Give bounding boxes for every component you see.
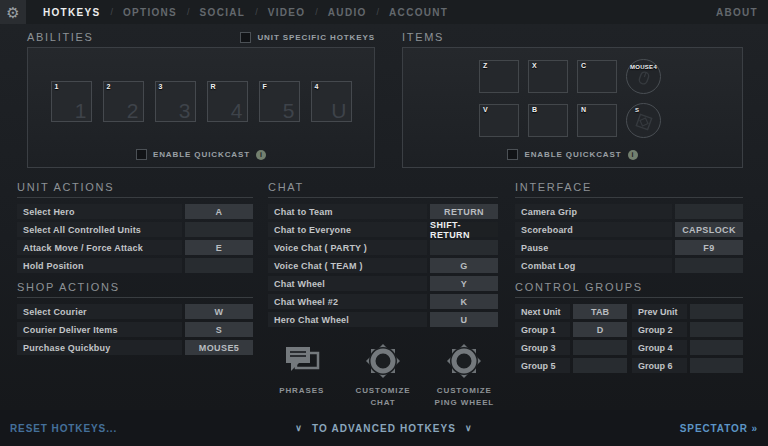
tab-separator: / — [372, 7, 385, 17]
ability-slot-5[interactable]: F 5 — [259, 81, 300, 122]
item-slot-3[interactable]: C — [577, 60, 617, 93]
tab-audio[interactable]: AUDIO — [323, 7, 372, 18]
interface-title: INTERFACE — [515, 181, 743, 198]
control-groups-title: CONTROL GROUPS — [515, 281, 743, 298]
ability-slot-4[interactable]: R 4 — [207, 81, 248, 122]
hotkey-key-cell[interactable] — [675, 258, 743, 273]
item-slot-4[interactable]: V — [479, 104, 519, 137]
info-icon[interactable]: i — [256, 150, 266, 160]
slot-key-label: B — [532, 106, 537, 113]
hotkey-key-cell[interactable]: D — [573, 322, 627, 337]
hotkey-row: Voice Chat ( TEAM ) G — [268, 258, 498, 273]
hotkey-label: Camera Grip — [515, 204, 672, 219]
hotkey-key-cell[interactable] — [430, 240, 498, 255]
ability-slot-2[interactable]: 2 2 — [103, 81, 144, 122]
hotkey-key-cell[interactable]: W — [185, 304, 253, 319]
hotkey-label: Pause — [515, 240, 672, 255]
hotkey-key-cell[interactable]: RETURN — [430, 204, 498, 219]
tab-account[interactable]: ACCOUNT — [384, 7, 453, 18]
hotkey-key-cell[interactable]: Y — [430, 276, 498, 291]
hotkey-label: Select Courier — [17, 304, 182, 319]
ability-slot-6[interactable]: 4 U — [311, 81, 352, 122]
customize-ping-wheel-button[interactable]: CUSTOMIZE PING WHEEL — [431, 339, 498, 421]
shop-actions-title: SHOP ACTIONS — [17, 281, 253, 298]
hotkey-key-cell[interactable] — [690, 340, 743, 355]
unit-specific-hotkeys-label: UNIT SPECIFIC HOTKEYS — [257, 33, 375, 42]
hotkey-row: Voice Chat ( PARTY ) — [268, 240, 498, 255]
tab-video[interactable]: VIDEO — [263, 7, 311, 18]
item-slot-5[interactable]: B — [528, 104, 568, 137]
item-slot-mouse4[interactable]: MOUSE4 — [626, 59, 661, 94]
hotkey-label: Courier Deliver Items — [17, 322, 182, 337]
hotkey-key-cell[interactable] — [573, 358, 627, 373]
hotkey-key-cell[interactable]: G — [430, 258, 498, 273]
chat-title: CHAT — [268, 181, 498, 198]
item-slot-teleport[interactable]: S — [626, 103, 661, 138]
hotkey-label: Group 3 — [515, 340, 570, 355]
hotkey-key-cell[interactable]: F9 — [675, 240, 743, 255]
hotkey-key-cell[interactable] — [690, 322, 743, 337]
slot-key-label: C — [581, 62, 586, 69]
tab-hotkeys[interactable]: HOTKEYS — [38, 7, 105, 18]
hotkey-label: Chat Wheel #2 — [268, 294, 427, 309]
slot-ghost-label: 3 — [179, 99, 191, 123]
spectator-link[interactable]: SPECTATOR » — [680, 423, 758, 434]
customize-chat-wheels-button[interactable]: CUSTOMIZE CHAT WHEELS — [349, 339, 416, 421]
control-group-row: Group 3 Group 4 — [515, 340, 743, 355]
hotkey-key-cell[interactable]: A — [185, 204, 253, 219]
tab-social[interactable]: SOCIAL — [195, 7, 251, 18]
hotkey-row: Courier Deliver Items S — [17, 322, 253, 337]
settings-gear-button[interactable]: ⚙ — [0, 0, 26, 24]
slot-key-label: MOUSE4 — [627, 64, 660, 70]
to-advanced-hotkeys-link[interactable]: ∨ TO ADVANCED HOTKEYS ∨ — [295, 423, 472, 434]
hotkey-key-cell[interactable]: SHIFT- RETURN — [430, 222, 498, 237]
tab-separator: / — [182, 7, 195, 17]
hotkey-label: Combat Log — [515, 258, 672, 273]
ping-wheel-icon — [443, 339, 485, 383]
items-section: ITEMS Z X C MOUSE4 — [402, 29, 743, 168]
hotkeys-content: ABILITIES UNIT SPECIFIC HOTKEYS 1 1 2 2 — [0, 24, 768, 410]
items-quickcast-label: ENABLE QUICKCAST — [524, 150, 621, 159]
tab-options[interactable]: OPTIONS — [118, 7, 182, 18]
hotkey-key-cell[interactable]: K — [430, 294, 498, 309]
items-quickcast-checkbox[interactable] — [507, 149, 518, 160]
slot-ghost-label: 4 — [231, 99, 243, 123]
ability-slot-1[interactable]: 1 1 — [51, 81, 92, 122]
hotkey-row: Select All Controlled Units — [17, 222, 253, 237]
hotkey-key-cell[interactable] — [690, 304, 743, 319]
hotkey-label: Group 2 — [632, 322, 687, 337]
hotkey-key-cell[interactable]: MOUSE5 — [185, 340, 253, 355]
hotkey-key-cell[interactable] — [675, 204, 743, 219]
hotkey-key-cell[interactable] — [185, 222, 253, 237]
about-link[interactable]: ABOUT — [716, 7, 758, 18]
hotkey-key-cell[interactable]: U — [430, 312, 498, 327]
hotkey-label: Chat Wheel — [268, 276, 427, 291]
hotkey-key-cell[interactable] — [573, 340, 627, 355]
hotkey-key-cell[interactable]: CAPSLOCK — [675, 222, 743, 237]
phrases-button[interactable]: PHRASES — [268, 339, 335, 421]
hotkey-key-cell[interactable]: TAB — [573, 304, 627, 319]
settings-tabs: HOTKEYS / OPTIONS / SOCIAL / VIDEO / AUD… — [38, 7, 453, 18]
unit-specific-hotkeys-checkbox[interactable] — [240, 32, 251, 43]
hotkey-row: Hero Chat Wheel U — [268, 312, 498, 327]
info-icon[interactable]: i — [628, 150, 638, 160]
ability-slot-3[interactable]: 3 3 — [155, 81, 196, 122]
right-column: INTERFACE Camera Grip Scoreboard CAPSLOC… — [515, 181, 743, 421]
hotkey-label: Chat to Team — [268, 204, 427, 219]
slot-ghost-label: 1 — [75, 99, 87, 123]
item-slot-6[interactable]: N — [577, 104, 617, 137]
hotkey-key-cell[interactable]: E — [185, 240, 253, 255]
hotkey-label: Group 5 — [515, 358, 570, 373]
abilities-quickcast-checkbox[interactable] — [136, 149, 147, 160]
middle-column: CHAT Chat to Team RETURN Chat to Everyon… — [268, 181, 498, 421]
hotkey-row: Combat Log — [515, 258, 743, 273]
hotkey-key-cell[interactable] — [690, 358, 743, 373]
tab-separator: / — [310, 7, 323, 17]
reset-hotkeys-link[interactable]: RESET HOTKEYS... — [10, 423, 117, 434]
abilities-quickcast-label: ENABLE QUICKCAST — [153, 150, 250, 159]
item-slot-2[interactable]: X — [528, 60, 568, 93]
hotkey-key-cell[interactable]: S — [185, 322, 253, 337]
hotkey-key-cell[interactable] — [185, 258, 253, 273]
hotkey-label: Next Unit — [515, 304, 570, 319]
item-slot-1[interactable]: Z — [479, 60, 519, 93]
